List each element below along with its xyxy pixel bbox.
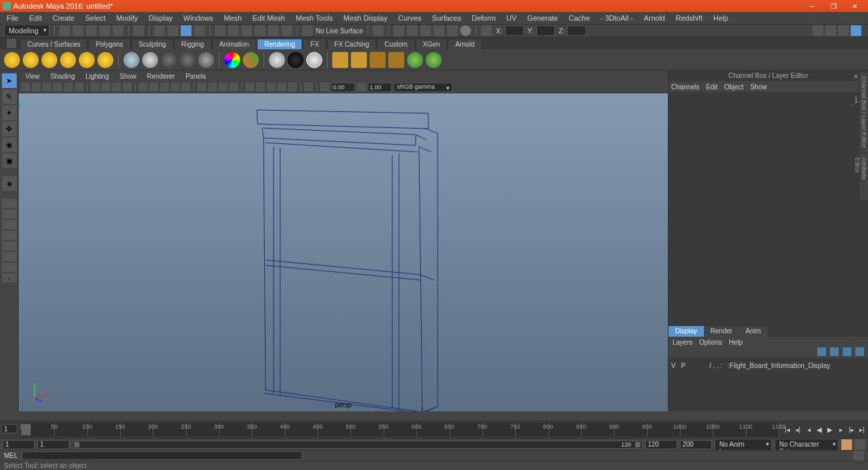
- sym-off-icon[interactable]: [282, 25, 292, 36]
- move-layer-down-icon[interactable]: [830, 347, 839, 356]
- ssao-icon[interactable]: [267, 83, 276, 91]
- multisample-icon[interactable]: [288, 83, 297, 91]
- character-set-dropdown[interactable]: No Character Set: [775, 439, 839, 451]
- menu-edit-mesh[interactable]: Edit Mesh: [248, 13, 289, 23]
- live-surface-icon[interactable]: [302, 25, 313, 36]
- menu-redshift[interactable]: Redshift: [672, 13, 707, 23]
- layer-flags[interactable]: / . . :: [709, 362, 722, 369]
- step-back-key-icon[interactable]: ◂|: [794, 425, 803, 434]
- shelf-tab-curves[interactable]: Curves / Surfaces: [20, 39, 87, 49]
- snap-point-icon[interactable]: [181, 25, 191, 36]
- sym-z-icon[interactable]: [242, 25, 252, 36]
- shelf-tab-polygons[interactable]: Polygons: [88, 39, 130, 49]
- shelf-tab-xgen[interactable]: XGen: [416, 39, 448, 49]
- maximize-button[interactable]: ❐: [825, 1, 841, 11]
- phong-e-icon[interactable]: [179, 52, 195, 68]
- 2d-pan-icon[interactable]: [64, 83, 73, 91]
- isolate-select-icon[interactable]: [197, 83, 206, 91]
- close-button[interactable]: ✕: [847, 1, 863, 11]
- range-thumb-right[interactable]: [635, 442, 640, 447]
- layout-three-left-icon[interactable]: [2, 252, 17, 261]
- anim-layer-dropdown[interactable]: No Anim Layer: [715, 439, 772, 451]
- shelf-tab-rigging[interactable]: Rigging: [174, 39, 211, 49]
- range-thumb-left[interactable]: [74, 442, 79, 447]
- smooth-shade-icon[interactable]: [149, 83, 158, 91]
- layer-playback-toggle[interactable]: P: [681, 362, 686, 369]
- gamma-icon[interactable]: [357, 83, 366, 91]
- move-layer-up-icon[interactable]: [817, 347, 826, 356]
- dof-icon[interactable]: [304, 83, 313, 91]
- menu-curves[interactable]: Curves: [394, 13, 426, 23]
- channels-show-tab[interactable]: Show: [750, 83, 767, 91]
- default-mat-icon[interactable]: [246, 83, 254, 91]
- sym-x-icon[interactable]: [215, 25, 226, 36]
- layers-help-menu[interactable]: Help: [729, 339, 743, 346]
- render-current-shelf-icon[interactable]: [332, 52, 348, 68]
- render-view-icon[interactable]: [434, 25, 444, 36]
- area-light-icon[interactable]: [79, 52, 95, 68]
- range-start-input[interactable]: [3, 440, 35, 449]
- snap-curve-icon[interactable]: [167, 25, 178, 36]
- coord-z-input[interactable]: [567, 25, 586, 36]
- sym-obj-icon[interactable]: [255, 25, 266, 36]
- autokey-icon[interactable]: [841, 439, 852, 450]
- blinn-icon[interactable]: [142, 52, 158, 68]
- menu-generate[interactable]: Generate: [523, 13, 562, 23]
- modeling-toolkit-icon[interactable]: [813, 25, 823, 36]
- range-slider[interactable]: 1 120: [72, 441, 642, 449]
- ipr-render-shelf-icon[interactable]: [351, 52, 367, 68]
- timeline[interactable]: 1501001502002503003504004505005506006507…: [0, 421, 868, 438]
- layer-tab-render[interactable]: Render: [704, 326, 739, 337]
- redo-icon[interactable]: [113, 25, 123, 36]
- shelf-tab-animation[interactable]: Animation: [212, 39, 256, 49]
- wire-on-shaded-icon[interactable]: [256, 83, 265, 91]
- maya-home-icon[interactable]: [19, 93, 24, 109]
- coord-y-input[interactable]: [536, 25, 555, 36]
- menu-create[interactable]: Create: [49, 13, 79, 23]
- menu-deform[interactable]: Deform: [468, 13, 500, 23]
- layers-menu[interactable]: Layers: [673, 339, 693, 346]
- scale-tool[interactable]: ▣: [2, 153, 17, 168]
- color-mgmt-dropdown[interactable]: sRGB gamma: [394, 83, 452, 92]
- grease-pencil-icon[interactable]: [75, 83, 83, 91]
- layout-two-stacked-icon[interactable]: [2, 220, 17, 229]
- coord-x-input[interactable]: [505, 25, 524, 36]
- panel-menu-lighting[interactable]: Lighting: [83, 72, 111, 81]
- ipr-render-icon[interactable]: [407, 25, 418, 36]
- render-sequence-icon[interactable]: [447, 25, 458, 36]
- panel-menu-renderer[interactable]: Renderer: [144, 72, 177, 81]
- image-plane-icon[interactable]: [53, 83, 62, 91]
- snap-grid-icon[interactable]: [154, 25, 165, 36]
- bookmarks-icon[interactable]: [43, 83, 51, 91]
- shelf-tab-sculpting[interactable]: Sculpting: [131, 39, 173, 49]
- exposure-input[interactable]: [331, 83, 355, 92]
- use-background-icon[interactable]: [306, 52, 322, 68]
- layout-two-side-icon[interactable]: [2, 231, 17, 240]
- surface-shader-icon[interactable]: [288, 52, 304, 68]
- new-empty-layer-icon[interactable]: [843, 347, 851, 356]
- snap-plane-icon[interactable]: [194, 25, 205, 36]
- goto-end-icon[interactable]: ▸|: [858, 425, 867, 434]
- exposure-icon[interactable]: [320, 83, 329, 91]
- sym-y-icon[interactable]: [228, 25, 239, 36]
- play-forward-icon[interactable]: ▶: [826, 425, 835, 434]
- menu-help[interactable]: Help: [709, 13, 733, 23]
- wireframe-icon[interactable]: [139, 83, 147, 91]
- xray-icon[interactable]: [208, 83, 217, 91]
- point-light-icon[interactable]: [41, 52, 57, 68]
- shelf-menu-icon[interactable]: [7, 39, 16, 48]
- gate-mask-icon[interactable]: [123, 83, 131, 91]
- step-fwd-key-icon[interactable]: |▸: [847, 425, 856, 434]
- time-ruler[interactable]: 1501001502002503003504004505005506006507…: [21, 423, 779, 437]
- shelf-tab-arnold[interactable]: Arnold: [448, 39, 482, 49]
- volume-light-icon[interactable]: [97, 52, 113, 68]
- lasso-tool[interactable]: ✎: [2, 89, 17, 104]
- hypershade-icon[interactable]: [388, 52, 404, 68]
- grid-icon[interactable]: [91, 83, 99, 91]
- channels-edit-tab[interactable]: Edit: [706, 83, 717, 91]
- channel-box-icon[interactable]: [851, 25, 861, 36]
- script-editor-icon[interactable]: [853, 451, 864, 461]
- select-by-type-icon[interactable]: [133, 25, 144, 36]
- shadows-icon[interactable]: [181, 83, 190, 91]
- cmd-lang-label[interactable]: MEL: [4, 452, 18, 459]
